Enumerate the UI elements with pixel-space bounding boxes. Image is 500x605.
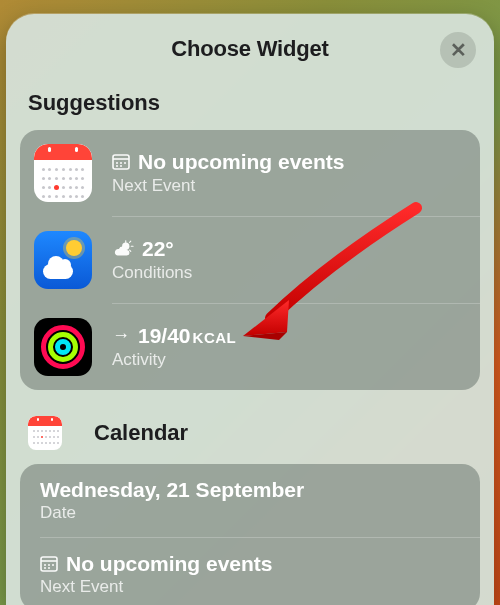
close-button[interactable]: ✕ bbox=[440, 32, 476, 68]
widget-option-date[interactable]: Wednesday, 21 September Date bbox=[20, 464, 480, 537]
activity-app-icon bbox=[34, 318, 92, 376]
widget-option-next-event[interactable]: No upcoming events Next Event bbox=[20, 130, 480, 216]
svg-point-5 bbox=[116, 165, 118, 167]
sheet-title: Choose Widget bbox=[6, 36, 494, 62]
activity-value: 19/40 bbox=[138, 324, 191, 347]
svg-point-18 bbox=[48, 567, 50, 569]
calendar-app-icon bbox=[28, 416, 62, 450]
svg-point-2 bbox=[116, 162, 118, 164]
svg-line-10 bbox=[130, 241, 131, 242]
svg-point-14 bbox=[44, 564, 46, 566]
section-title-suggestions: Suggestions bbox=[6, 62, 494, 126]
calendar-grid-icon bbox=[40, 555, 58, 573]
widget-chooser-sheet: Choose Widget ✕ Suggestions bbox=[6, 14, 494, 605]
weather-app-icon bbox=[34, 231, 92, 289]
activity-unit: KCAL bbox=[193, 329, 237, 346]
widget-option-calendar-next-event[interactable]: No upcoming events Next Event bbox=[20, 538, 480, 605]
svg-point-4 bbox=[124, 162, 126, 164]
svg-line-11 bbox=[130, 250, 131, 251]
section-header-calendar: Calendar bbox=[6, 390, 494, 460]
card-calendar: Wednesday, 21 September Date No upcoming… bbox=[20, 464, 480, 605]
date-secondary: Date bbox=[40, 503, 304, 523]
partly-cloudy-icon bbox=[112, 240, 134, 258]
widget-option-conditions[interactable]: 22° Conditions bbox=[20, 217, 480, 303]
svg-point-15 bbox=[48, 564, 50, 566]
arrow-right-icon: → bbox=[112, 326, 130, 346]
widget-option-activity[interactable]: → 19/40KCAL Activity bbox=[20, 304, 480, 390]
next-event-secondary: Next Event bbox=[112, 176, 345, 196]
svg-point-16 bbox=[52, 564, 54, 566]
card-suggestions: No upcoming events Next Event bbox=[20, 130, 480, 390]
section-title-calendar: Calendar bbox=[94, 420, 188, 446]
svg-point-6 bbox=[120, 165, 122, 167]
conditions-temperature: 22° bbox=[142, 237, 174, 260]
calendar-grid-icon bbox=[112, 153, 130, 171]
close-icon: ✕ bbox=[450, 40, 467, 60]
svg-point-17 bbox=[44, 567, 46, 569]
activity-secondary: Activity bbox=[112, 350, 236, 370]
cal-next-event-secondary: Next Event bbox=[40, 577, 273, 597]
svg-point-3 bbox=[120, 162, 122, 164]
conditions-secondary: Conditions bbox=[112, 263, 192, 283]
date-primary: Wednesday, 21 September bbox=[40, 478, 304, 501]
next-event-primary: No upcoming events bbox=[138, 150, 345, 173]
calendar-app-icon bbox=[34, 144, 92, 202]
sheet-header: Choose Widget ✕ bbox=[6, 36, 494, 62]
cal-next-event-primary: No upcoming events bbox=[66, 552, 273, 575]
